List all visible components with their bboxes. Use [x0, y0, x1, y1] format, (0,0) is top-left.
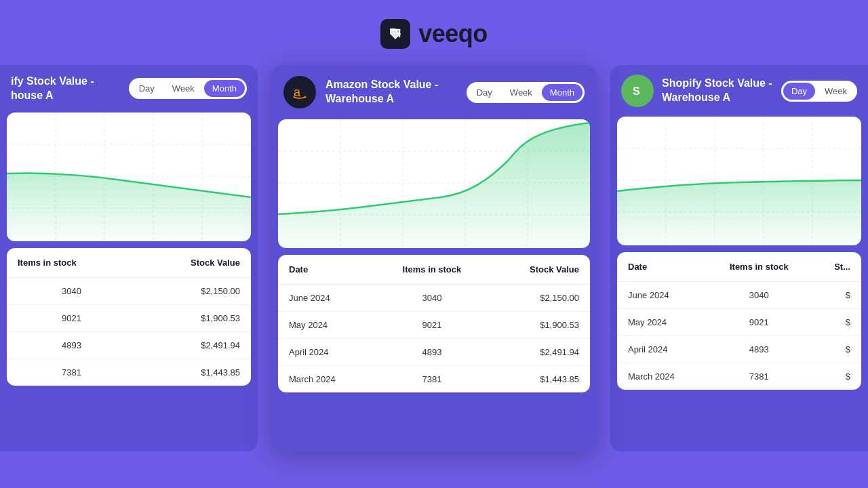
table-row: 7381 $1,443.85 [7, 359, 251, 386]
center-card-header: a Amazon Stock Value - Warehouse A Day W… [271, 65, 597, 119]
table-row: 9021 $1,900.53 [7, 304, 251, 331]
left-col-items: Items in stock [7, 248, 136, 278]
left-chart [7, 113, 251, 241]
shopify-icon: S [621, 75, 654, 107]
right-card: S Shopify Stock Value - Warehouse A Day … [610, 65, 868, 451]
center-week-btn[interactable]: Week [502, 84, 540, 101]
center-col-value: Stock Value [489, 255, 590, 285]
table-row: 4893 $2,491.94 [7, 331, 251, 359]
left-day-btn[interactable]: Day [131, 80, 163, 97]
table-row: 3040 $2,150.00 [7, 277, 251, 304]
page-header: veeqo [0, 0, 868, 65]
right-card-header: S Shopify Stock Value - Warehouse A Day … [610, 65, 868, 117]
amazon-icon: a [283, 76, 316, 108]
center-month-btn[interactable]: Month [542, 84, 583, 101]
cards-container: ify Stock Value - house A Day Week Month [0, 65, 868, 451]
left-card: ify Stock Value - house A Day Week Month [0, 65, 258, 451]
center-col-items: Items in stock [375, 255, 489, 285]
table-row: May 2024 9021 $1,900.53 [278, 312, 590, 339]
table-row: June 2024 3040 $ [617, 282, 861, 309]
left-card-header: ify Stock Value - house A Day Week Month [0, 65, 258, 113]
table-row: March 2024 7381 $1,443.85 [278, 366, 590, 393]
center-col-date: Date [278, 255, 375, 285]
logo-text: veeqo [418, 20, 488, 48]
left-col-value: Stock Value [136, 248, 251, 278]
right-card-title: Shopify Stock Value - Warehouse A [662, 77, 772, 105]
table-row: March 2024 7381 $ [617, 363, 861, 390]
center-toggle-group: Day Week Month [467, 82, 585, 103]
center-day-btn[interactable]: Day [469, 84, 500, 101]
center-card-title: Amazon Stock Value - Warehouse A [326, 78, 438, 106]
right-col-value: St... [812, 252, 861, 282]
svg-text:S: S [633, 85, 640, 97]
left-toggle-group: Day Week Month [129, 78, 247, 99]
table-row: May 2024 9021 $ [617, 309, 861, 336]
right-toggle-group: Day Week [781, 81, 857, 102]
center-table: Date Items in stock Stock Value June 202… [278, 255, 590, 392]
table-row: June 2024 3040 $2,150.00 [278, 285, 590, 312]
right-week-btn[interactable]: Week [816, 83, 855, 100]
left-card-title: ify Stock Value - house A [11, 75, 94, 103]
right-day-btn[interactable]: Day [783, 83, 815, 100]
right-table: Date Items in stock St... June 2024 3040… [617, 252, 861, 390]
center-card: a Amazon Stock Value - Warehouse A Day W… [271, 65, 597, 451]
left-month-btn[interactable]: Month [204, 80, 245, 97]
left-week-btn[interactable]: Week [164, 80, 203, 97]
right-col-date: Date [617, 252, 707, 282]
table-row: April 2024 4893 $ [617, 336, 861, 363]
right-col-items: Items in stock [707, 252, 812, 282]
right-chart [617, 117, 861, 245]
logo-icon [380, 19, 410, 49]
table-row: April 2024 4893 $2,491.94 [278, 339, 590, 366]
center-chart [278, 119, 590, 248]
left-table: Items in stock Stock Value 3040 $2,150.0… [7, 248, 251, 386]
